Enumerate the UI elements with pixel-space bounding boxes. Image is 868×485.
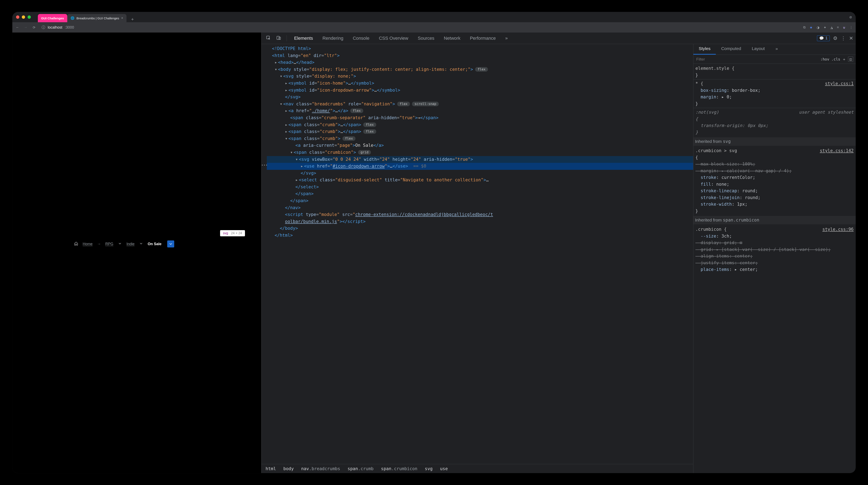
close-tab-icon[interactable]: × [121, 16, 123, 20]
mic-icon[interactable]: ⊎ [843, 26, 845, 29]
gear-icon[interactable]: ⚙ [833, 35, 838, 41]
browser-tabs: GUI Challenges 🌐 Breadcrumbs | GUI Chall… [38, 12, 135, 22]
forward-button[interactable]: → [24, 25, 28, 30]
styles-panel: Styles Computed Layout » :hov .cls ＋ ◫ e… [693, 44, 856, 473]
dom-breadcrumb-trail[interactable]: html body nav.breadcrumbs span.crumb spa… [261, 464, 693, 473]
address-bar: ← → ⟳ ⓘ localhost:3000 ⧉ ★ ◑ ✦ ◮ ≡ ⊎ ⋮ [12, 22, 856, 32]
tooltip-dimensions: 24 × 24 [231, 231, 242, 235]
main-split: svg 24 × 24 Home → RPG Indie On Sale [12, 32, 856, 473]
elements-panel: <!DOCTYPE html> <html lang="en" dir="ltr… [261, 44, 693, 473]
crumb[interactable]: svg [425, 466, 433, 471]
globe-icon: 🌐 [70, 16, 74, 20]
devtools-tab-overflow-icon[interactable]: » [501, 34, 512, 42]
devtools-tab-elements[interactable]: Elements [290, 34, 317, 42]
url-input[interactable]: ⓘ localhost:3000 [40, 24, 800, 31]
hov-toggle[interactable]: :hov [820, 57, 829, 61]
element-tooltip: svg 24 × 24 [220, 230, 245, 236]
new-style-rule-icon[interactable]: ＋ [842, 57, 846, 62]
maximize-window-button[interactable] [28, 16, 31, 19]
site-info-icon[interactable]: ⓘ [41, 25, 45, 30]
tab-label: GUI Challenges [41, 17, 64, 20]
minimize-window-button[interactable] [22, 16, 25, 19]
back-button[interactable]: ← [15, 25, 20, 30]
page-viewport: svg 24 × 24 Home → RPG Indie On Sale [12, 32, 261, 473]
extensions-icon[interactable]: ✦ [824, 26, 826, 29]
chevron-down-icon[interactable] [139, 241, 143, 247]
crumb[interactable]: nav.breadcrumbs [301, 466, 340, 471]
bookmark-icon[interactable]: ★ [810, 26, 812, 29]
window-titlebar: GUI Challenges 🌐 Breadcrumbs | GUI Chall… [12, 12, 856, 22]
breadcrumb-link-indie[interactable]: Indie [126, 242, 134, 246]
devtools-tab-network[interactable]: Network [440, 34, 465, 42]
crumb[interactable]: use [440, 466, 448, 471]
tooltip-tag: svg [223, 231, 228, 235]
breadcrumb-link-rpg[interactable]: RPG [105, 242, 113, 246]
breadcrumb: Home → RPG Indie On Sale [74, 240, 249, 248]
crumb[interactable]: span.crumbicon [381, 466, 417, 471]
dom-tree[interactable]: <!DOCTYPE html> <html lang="en" dir="ltr… [261, 44, 693, 464]
devtools-tab-performance[interactable]: Performance [466, 34, 500, 42]
styles-tab-styles[interactable]: Styles [693, 44, 716, 55]
url-host: localhost [48, 25, 62, 30]
devtools-tab-rendering[interactable]: Rendering [318, 34, 348, 42]
toolbar-right: ⧉ ★ ◑ ✦ ◮ ≡ ⊎ ⋮ [803, 26, 853, 29]
url-port: :3000 [65, 25, 74, 30]
devtools-body: <!DOCTYPE html> <html lang="en" dir="ltr… [261, 44, 856, 473]
toggle-sidebar-icon[interactable]: ◫ [848, 57, 853, 62]
reading-list-icon[interactable]: ≡ [837, 26, 839, 29]
overflow-menu-icon[interactable]: ⋮ [849, 26, 853, 29]
cls-toggle[interactable]: .cls [831, 57, 840, 61]
screenshare-icon[interactable]: ⧉ [803, 26, 805, 29]
devtools-tab-console[interactable]: Console [349, 34, 374, 42]
chevron-down-icon[interactable] [118, 241, 122, 247]
device-toggle-icon[interactable] [274, 34, 283, 42]
crumb[interactable]: body [283, 466, 294, 471]
styles-filter-input[interactable] [696, 57, 818, 62]
devtools-tab-css-overview[interactable]: CSS Overview [375, 34, 412, 42]
tab-gui-challenges[interactable]: GUI Challenges [38, 14, 67, 22]
kebab-menu-icon[interactable]: ⋮ [841, 35, 846, 41]
tab-label: Breadcrumbs | GUI Challenges [76, 17, 119, 20]
devtools-tab-sources[interactable]: Sources [414, 34, 438, 42]
breadcrumb-home-link[interactable]: Home [83, 242, 93, 246]
styles-tabs: Styles Computed Layout » [693, 44, 856, 55]
close-devtools-icon[interactable]: ✕ [849, 35, 853, 41]
crumb[interactable]: span.crumb [348, 466, 374, 471]
issues-button[interactable]: 💬 1 [817, 35, 830, 41]
breadcrumb-separator-icon: → [97, 242, 101, 246]
home-icon [74, 241, 78, 247]
breadcrumb-current: On Sale [148, 242, 161, 246]
crumb[interactable]: html [266, 466, 276, 471]
window-controls [16, 16, 31, 19]
close-window-button[interactable] [16, 16, 19, 19]
profile-icon[interactable]: ◮ [830, 26, 833, 29]
styles-tab-computed[interactable]: Computed [716, 44, 746, 55]
styles-tab-layout[interactable]: Layout [746, 44, 770, 55]
browser-window: GUI Challenges 🌐 Breadcrumbs | GUI Chall… [12, 12, 856, 473]
inspect-icon[interactable] [264, 34, 273, 42]
styles-filter-row: :hov .cls ＋ ◫ [693, 55, 856, 64]
breadcrumb-dropdown-button[interactable] [167, 240, 174, 248]
audio-indicator-icon[interactable]: ⊘ [849, 15, 852, 19]
new-tab-button[interactable]: ＋ [130, 16, 135, 22]
extension-icon[interactable]: ◑ [816, 26, 819, 29]
tab-breadcrumbs[interactable]: 🌐 Breadcrumbs | GUI Challenges × [67, 14, 126, 22]
styles-rules[interactable]: element.style { } * {style.css:1 box-siz… [693, 64, 856, 473]
styles-tab-overflow-icon[interactable]: » [770, 44, 783, 55]
reload-button[interactable]: ⟳ [32, 25, 36, 30]
devtools-toolbar: Elements Rendering Console CSS Overview … [261, 32, 856, 44]
devtools-panel: Elements Rendering Console CSS Overview … [261, 32, 856, 473]
